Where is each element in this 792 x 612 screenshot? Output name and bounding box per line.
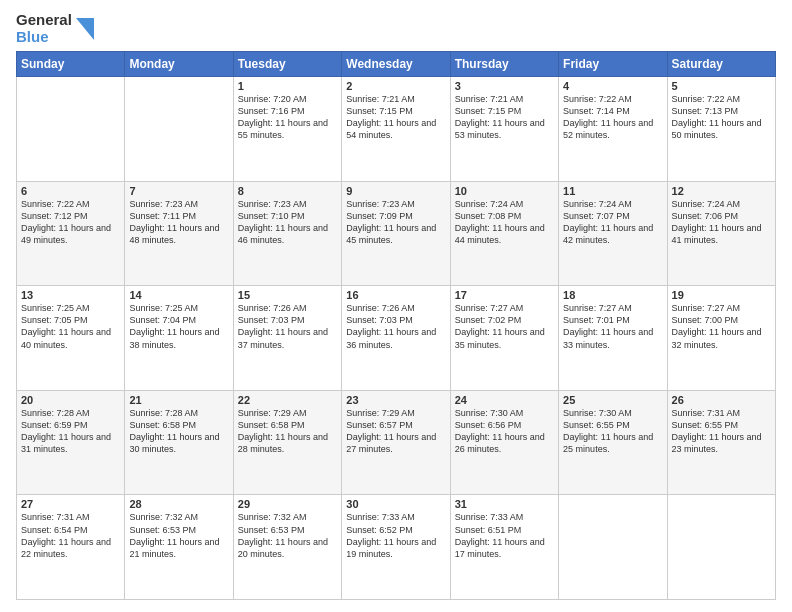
calendar-cell: 24Sunrise: 7:30 AMSunset: 6:56 PMDayligh…	[450, 390, 558, 495]
day-info: Sunrise: 7:25 AMSunset: 7:04 PMDaylight:…	[129, 302, 228, 351]
svg-marker-0	[76, 18, 94, 40]
day-info: Sunrise: 7:33 AMSunset: 6:52 PMDaylight:…	[346, 511, 445, 560]
calendar-week-row: 27Sunrise: 7:31 AMSunset: 6:54 PMDayligh…	[17, 495, 776, 600]
calendar-cell: 28Sunrise: 7:32 AMSunset: 6:53 PMDayligh…	[125, 495, 233, 600]
calendar-cell: 29Sunrise: 7:32 AMSunset: 6:53 PMDayligh…	[233, 495, 341, 600]
day-info: Sunrise: 7:22 AMSunset: 7:12 PMDaylight:…	[21, 198, 120, 247]
calendar-cell: 9Sunrise: 7:23 AMSunset: 7:09 PMDaylight…	[342, 181, 450, 286]
day-number: 27	[21, 498, 120, 510]
day-info: Sunrise: 7:28 AMSunset: 6:58 PMDaylight:…	[129, 407, 228, 456]
calendar-cell: 13Sunrise: 7:25 AMSunset: 7:05 PMDayligh…	[17, 286, 125, 391]
calendar-cell: 11Sunrise: 7:24 AMSunset: 7:07 PMDayligh…	[559, 181, 667, 286]
day-info: Sunrise: 7:30 AMSunset: 6:56 PMDaylight:…	[455, 407, 554, 456]
day-info: Sunrise: 7:29 AMSunset: 6:57 PMDaylight:…	[346, 407, 445, 456]
day-number: 29	[238, 498, 337, 510]
day-number: 8	[238, 185, 337, 197]
header: General Blue	[16, 12, 776, 45]
day-info: Sunrise: 7:31 AMSunset: 6:55 PMDaylight:…	[672, 407, 771, 456]
calendar-cell: 8Sunrise: 7:23 AMSunset: 7:10 PMDaylight…	[233, 181, 341, 286]
day-info: Sunrise: 7:20 AMSunset: 7:16 PMDaylight:…	[238, 93, 337, 142]
day-number: 2	[346, 80, 445, 92]
calendar-cell: 14Sunrise: 7:25 AMSunset: 7:04 PMDayligh…	[125, 286, 233, 391]
day-number: 6	[21, 185, 120, 197]
day-number: 16	[346, 289, 445, 301]
logo-blue: Blue	[16, 29, 72, 46]
calendar-cell	[667, 495, 775, 600]
calendar-cell: 15Sunrise: 7:26 AMSunset: 7:03 PMDayligh…	[233, 286, 341, 391]
day-info: Sunrise: 7:28 AMSunset: 6:59 PMDaylight:…	[21, 407, 120, 456]
calendar-cell: 5Sunrise: 7:22 AMSunset: 7:13 PMDaylight…	[667, 77, 775, 182]
day-number: 11	[563, 185, 662, 197]
day-info: Sunrise: 7:22 AMSunset: 7:14 PMDaylight:…	[563, 93, 662, 142]
day-info: Sunrise: 7:29 AMSunset: 6:58 PMDaylight:…	[238, 407, 337, 456]
day-number: 21	[129, 394, 228, 406]
calendar-cell: 7Sunrise: 7:23 AMSunset: 7:11 PMDaylight…	[125, 181, 233, 286]
day-number: 7	[129, 185, 228, 197]
header-cell-tuesday: Tuesday	[233, 52, 341, 77]
day-info: Sunrise: 7:25 AMSunset: 7:05 PMDaylight:…	[21, 302, 120, 351]
day-number: 20	[21, 394, 120, 406]
day-number: 30	[346, 498, 445, 510]
day-number: 24	[455, 394, 554, 406]
day-number: 14	[129, 289, 228, 301]
page: General Blue SundayMondayTuesdayWednesda…	[0, 0, 792, 612]
day-number: 10	[455, 185, 554, 197]
day-number: 12	[672, 185, 771, 197]
calendar-cell: 25Sunrise: 7:30 AMSunset: 6:55 PMDayligh…	[559, 390, 667, 495]
calendar-table: SundayMondayTuesdayWednesdayThursdayFrid…	[16, 51, 776, 600]
day-number: 31	[455, 498, 554, 510]
logo: General Blue	[16, 12, 94, 45]
calendar-cell: 17Sunrise: 7:27 AMSunset: 7:02 PMDayligh…	[450, 286, 558, 391]
day-info: Sunrise: 7:27 AMSunset: 7:01 PMDaylight:…	[563, 302, 662, 351]
day-number: 28	[129, 498, 228, 510]
day-info: Sunrise: 7:23 AMSunset: 7:09 PMDaylight:…	[346, 198, 445, 247]
day-info: Sunrise: 7:30 AMSunset: 6:55 PMDaylight:…	[563, 407, 662, 456]
day-number: 13	[21, 289, 120, 301]
calendar-cell: 30Sunrise: 7:33 AMSunset: 6:52 PMDayligh…	[342, 495, 450, 600]
calendar-cell	[17, 77, 125, 182]
day-number: 5	[672, 80, 771, 92]
day-number: 26	[672, 394, 771, 406]
calendar-cell: 2Sunrise: 7:21 AMSunset: 7:15 PMDaylight…	[342, 77, 450, 182]
day-info: Sunrise: 7:23 AMSunset: 7:11 PMDaylight:…	[129, 198, 228, 247]
day-number: 15	[238, 289, 337, 301]
calendar-cell: 20Sunrise: 7:28 AMSunset: 6:59 PMDayligh…	[17, 390, 125, 495]
calendar-cell: 10Sunrise: 7:24 AMSunset: 7:08 PMDayligh…	[450, 181, 558, 286]
day-info: Sunrise: 7:24 AMSunset: 7:06 PMDaylight:…	[672, 198, 771, 247]
header-cell-monday: Monday	[125, 52, 233, 77]
day-info: Sunrise: 7:27 AMSunset: 7:00 PMDaylight:…	[672, 302, 771, 351]
day-info: Sunrise: 7:24 AMSunset: 7:07 PMDaylight:…	[563, 198, 662, 247]
day-info: Sunrise: 7:24 AMSunset: 7:08 PMDaylight:…	[455, 198, 554, 247]
calendar-week-row: 20Sunrise: 7:28 AMSunset: 6:59 PMDayligh…	[17, 390, 776, 495]
day-info: Sunrise: 7:21 AMSunset: 7:15 PMDaylight:…	[346, 93, 445, 142]
header-cell-friday: Friday	[559, 52, 667, 77]
calendar-cell: 19Sunrise: 7:27 AMSunset: 7:00 PMDayligh…	[667, 286, 775, 391]
header-cell-wednesday: Wednesday	[342, 52, 450, 77]
day-number: 19	[672, 289, 771, 301]
calendar-week-row: 1Sunrise: 7:20 AMSunset: 7:16 PMDaylight…	[17, 77, 776, 182]
day-number: 1	[238, 80, 337, 92]
calendar-cell: 3Sunrise: 7:21 AMSunset: 7:15 PMDaylight…	[450, 77, 558, 182]
calendar-cell: 6Sunrise: 7:22 AMSunset: 7:12 PMDaylight…	[17, 181, 125, 286]
calendar-cell: 27Sunrise: 7:31 AMSunset: 6:54 PMDayligh…	[17, 495, 125, 600]
calendar-cell: 1Sunrise: 7:20 AMSunset: 7:16 PMDaylight…	[233, 77, 341, 182]
day-info: Sunrise: 7:21 AMSunset: 7:15 PMDaylight:…	[455, 93, 554, 142]
day-info: Sunrise: 7:27 AMSunset: 7:02 PMDaylight:…	[455, 302, 554, 351]
calendar-cell	[125, 77, 233, 182]
day-number: 4	[563, 80, 662, 92]
calendar-cell: 21Sunrise: 7:28 AMSunset: 6:58 PMDayligh…	[125, 390, 233, 495]
header-cell-thursday: Thursday	[450, 52, 558, 77]
logo-triangle-icon	[72, 14, 94, 44]
day-info: Sunrise: 7:31 AMSunset: 6:54 PMDaylight:…	[21, 511, 120, 560]
day-info: Sunrise: 7:26 AMSunset: 7:03 PMDaylight:…	[346, 302, 445, 351]
calendar-header-row: SundayMondayTuesdayWednesdayThursdayFrid…	[17, 52, 776, 77]
calendar-cell	[559, 495, 667, 600]
day-info: Sunrise: 7:23 AMSunset: 7:10 PMDaylight:…	[238, 198, 337, 247]
day-number: 3	[455, 80, 554, 92]
day-info: Sunrise: 7:26 AMSunset: 7:03 PMDaylight:…	[238, 302, 337, 351]
calendar-cell: 18Sunrise: 7:27 AMSunset: 7:01 PMDayligh…	[559, 286, 667, 391]
calendar-cell: 23Sunrise: 7:29 AMSunset: 6:57 PMDayligh…	[342, 390, 450, 495]
header-cell-saturday: Saturday	[667, 52, 775, 77]
day-number: 25	[563, 394, 662, 406]
day-info: Sunrise: 7:22 AMSunset: 7:13 PMDaylight:…	[672, 93, 771, 142]
